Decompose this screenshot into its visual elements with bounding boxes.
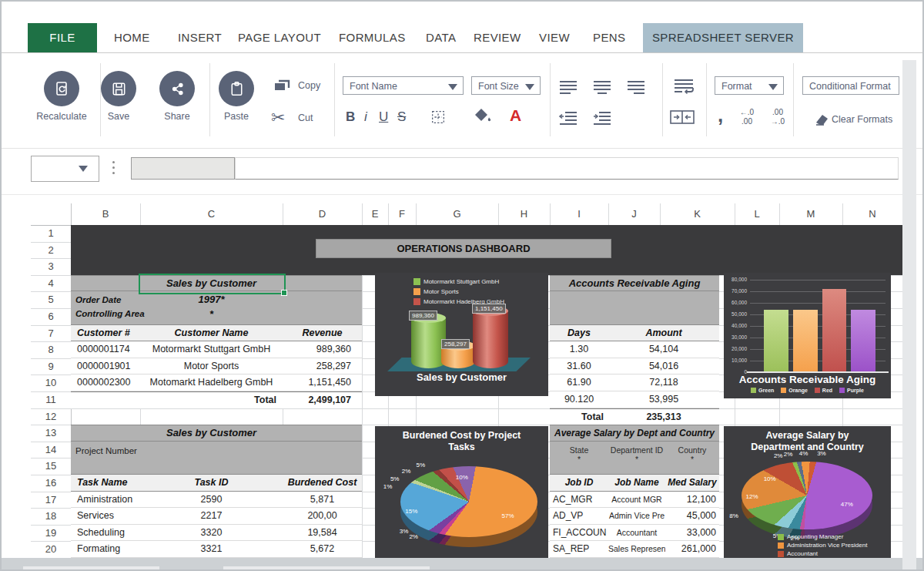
merge-cells-button[interactable] (668, 108, 696, 126)
strikethrough-button[interactable]: S (397, 109, 406, 125)
selected-cell-outline[interactable] (139, 274, 286, 294)
font-name-select[interactable]: Font Name (343, 76, 464, 95)
vertical-scrollbar[interactable] (902, 60, 916, 569)
table-cell[interactable]: Sales Represen (608, 541, 665, 556)
column-header[interactable]: Amount (608, 325, 719, 341)
table-cell[interactable]: Formating (71, 541, 140, 556)
table-cell[interactable]: 0000002300 (71, 375, 140, 390)
copy-button[interactable] (273, 77, 291, 94)
burdened-cost-pie-chart[interactable]: Burdened Cost by ProjectTasks10%57%2%3%1… (375, 426, 548, 558)
table-cell[interactable]: 1.30 (550, 341, 608, 357)
tab-page-layout[interactable]: PAGE LAYOUT (238, 23, 321, 52)
column-header-B[interactable]: B (71, 203, 140, 225)
table-cell[interactable]: 31.60 (550, 358, 608, 374)
spreadsheet-grid[interactable]: BCDEFGHIJKLMN 12345678910111213141516171… (31, 203, 902, 558)
filter-label[interactable]: State* (550, 445, 608, 464)
table-cell[interactable]: SA_REP (550, 541, 608, 556)
column-header-L[interactable]: L (735, 203, 779, 225)
table-cell[interactable]: Admin Vice Pre (608, 508, 665, 523)
name-box[interactable] (31, 156, 99, 182)
filter-label[interactable]: Order Date (75, 295, 121, 304)
column-header[interactable]: Job Name (608, 475, 665, 491)
filter-label[interactable]: Department ID* (608, 445, 665, 464)
tab-home[interactable]: HOME (114, 23, 150, 52)
row-header-4[interactable]: 4 (31, 275, 71, 292)
share-button[interactable] (159, 71, 195, 106)
table-cell[interactable]: AD_VP (550, 508, 608, 523)
row-header-20[interactable]: 20 (31, 541, 71, 558)
row-header-8[interactable]: 8 (31, 341, 71, 358)
table-cell[interactable]: 45,000 (665, 508, 719, 523)
row-header-12[interactable]: 12 (31, 408, 71, 425)
ar-aging-table[interactable]: Accounts Receivable Aging Days Amount 1.… (550, 275, 719, 425)
table-cell[interactable]: 5,871 (283, 492, 362, 507)
table-cell[interactable]: Motor Sports (140, 358, 283, 374)
column-header[interactable]: Task Name (77, 475, 142, 491)
filter-label[interactable]: Controlling Area (75, 309, 145, 318)
salary-table[interactable]: Average Salary by Dept and Country State… (550, 425, 719, 558)
comma-style-button[interactable]: , (718, 103, 723, 127)
table-cell[interactable]: Motomarkt Hadelberg GmbH (140, 375, 283, 390)
row-header-9[interactable]: 9 (31, 358, 71, 375)
table-cell[interactable]: 33,000 (665, 525, 719, 540)
column-header-K[interactable]: K (660, 203, 735, 225)
ar-aging-chart[interactable]: 80,00070,00060,00050,00040,00030,00020,0… (724, 273, 891, 398)
tab-pens[interactable]: PENS (593, 23, 625, 52)
column-header-J[interactable]: J (608, 203, 660, 225)
clear-formats-button[interactable] (814, 111, 831, 126)
table-cell[interactable]: 989,360 (283, 341, 362, 357)
total-label[interactable]: Total (550, 409, 604, 425)
table-cell[interactable]: 61.90 (550, 375, 608, 390)
table-cell[interactable]: 258,297 (283, 358, 362, 374)
table-cell[interactable]: 54,104 (608, 341, 719, 357)
column-header-C[interactable]: C (140, 203, 283, 225)
row-header-15[interactable]: 15 (31, 458, 71, 475)
row-header-14[interactable]: 14 (31, 442, 71, 458)
column-header-M[interactable]: M (779, 203, 842, 225)
italic-button[interactable]: i (364, 109, 367, 125)
save-button[interactable] (101, 71, 136, 106)
decrease-decimal-button[interactable]: .00 →.0 (762, 108, 793, 126)
column-header-G[interactable]: G (416, 203, 498, 225)
column-header[interactable]: Customer # (77, 325, 142, 341)
recalculate-button[interactable] (44, 71, 79, 106)
table-cell[interactable]: 19,584 (283, 525, 362, 540)
table-cell[interactable]: Accountant (608, 525, 665, 540)
table-cell[interactable]: 261,000 (665, 541, 719, 556)
fill-color-button[interactable] (471, 106, 493, 126)
column-header-E[interactable]: E (362, 203, 388, 225)
row-header-17[interactable]: 17 (31, 492, 71, 509)
sales-by-customer-table[interactable]: Sales by Customer Order Date Controlling… (71, 275, 362, 408)
table-cell[interactable]: 5,672 (283, 541, 362, 556)
increase-indent-button[interactable] (591, 109, 613, 126)
tab-data[interactable]: DATA (426, 23, 456, 52)
table-cell[interactable]: 1,151,450 (283, 375, 362, 390)
table-cell[interactable]: 3321 (140, 541, 283, 556)
sheet-tab[interactable] (23, 566, 159, 571)
column-header-H[interactable]: H (498, 203, 550, 225)
table-cell[interactable]: 3320 (140, 525, 283, 540)
borders-button[interactable] (430, 109, 447, 126)
align-right-button[interactable] (625, 79, 647, 97)
conditional-format-button[interactable]: Conditional Format (802, 76, 899, 95)
tab-spreadsheet-server[interactable]: SPREADSHEET SERVER (643, 23, 803, 52)
column-header-D[interactable]: D (283, 203, 362, 225)
filter-value[interactable]: 1997* (140, 294, 283, 305)
column-header-I[interactable]: I (550, 203, 608, 225)
row-header-3[interactable]: 3 (31, 258, 71, 275)
table-cell[interactable]: 2217 (140, 508, 283, 523)
tasks-table[interactable]: Sales by Customer Project Number Task Na… (71, 425, 362, 558)
row-header-10[interactable]: 10 (31, 375, 71, 391)
format-select[interactable]: Format (715, 76, 784, 95)
table-cell[interactable]: 54,016 (608, 358, 719, 374)
table-cell[interactable]: 53,995 (608, 391, 719, 407)
table-cell[interactable]: Aministration (71, 492, 140, 507)
filter-value[interactable]: * (140, 308, 283, 320)
row-header-2[interactable]: 2 (31, 242, 71, 259)
tab-formulas[interactable]: FORMULAS (339, 23, 406, 52)
row-header-6[interactable]: 6 (31, 308, 71, 325)
underline-button[interactable]: U (379, 109, 388, 125)
sales-by-customer-chart[interactable]: Motormarkt Stuttgart GmbHMotor SportsMot… (375, 273, 548, 396)
align-left-button[interactable] (557, 79, 579, 97)
row-header-11[interactable]: 11 (31, 391, 71, 408)
